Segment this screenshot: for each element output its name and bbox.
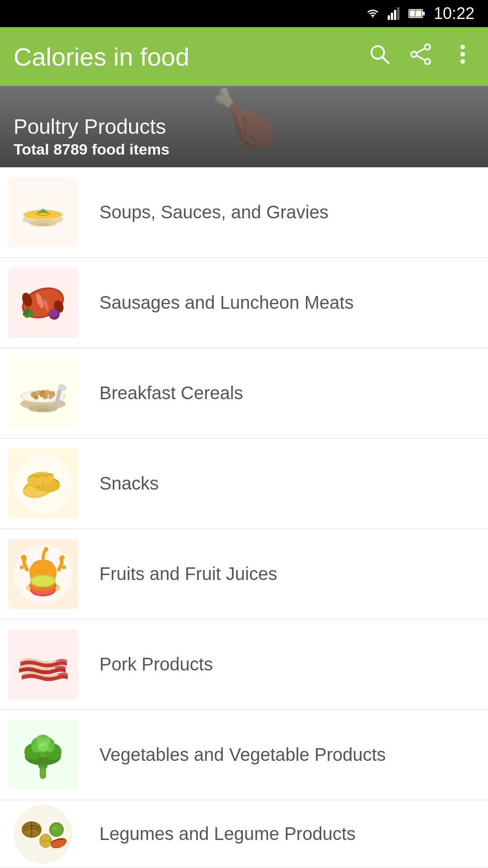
- svg-point-10: [425, 44, 430, 50]
- food-item-label: Pork Products: [86, 654, 488, 675]
- svg-point-22: [41, 209, 45, 213]
- food-image-container: [0, 439, 86, 529]
- food-item-label: Fruits and Fruit Juices: [86, 564, 488, 584]
- more-options-button[interactable]: [451, 42, 474, 71]
- food-item-label: Legumes and Legume Products: [86, 824, 488, 844]
- food-image-container: [0, 619, 86, 710]
- svg-point-17: [460, 59, 465, 64]
- food-image-container: [0, 529, 86, 619]
- svg-point-95: [44, 742, 47, 745]
- svg-point-101: [41, 834, 50, 841]
- svg-rect-2: [394, 10, 396, 20]
- list-item[interactable]: Fruits and Fruit Juices: [0, 529, 488, 619]
- food-image-fruits: [8, 539, 78, 609]
- svg-point-67: [20, 566, 23, 569]
- svg-point-15: [460, 45, 465, 49]
- list-item[interactable]: Soups, Sauces, and Gravies: [0, 167, 488, 258]
- svg-point-48: [42, 394, 48, 399]
- svg-point-49: [48, 395, 53, 399]
- svg-point-68: [62, 566, 66, 569]
- svg-point-59: [37, 486, 40, 488]
- svg-rect-103: [44, 840, 47, 842]
- status-time: 10:22: [434, 4, 474, 23]
- food-image-vegetables: [8, 720, 78, 790]
- svg-point-105: [51, 824, 62, 835]
- svg-point-106: [53, 826, 57, 830]
- list-item[interactable]: Snacks: [0, 439, 488, 529]
- svg-line-14: [417, 56, 425, 60]
- app-title: Calories in food: [14, 42, 368, 71]
- list-item[interactable]: Sausages and Luncheon Meats: [0, 258, 488, 348]
- svg-point-12: [425, 59, 430, 64]
- food-image-container: [0, 258, 86, 348]
- status-icons: [364, 7, 426, 20]
- svg-line-7: [415, 9, 416, 18]
- food-image-container: [0, 800, 86, 868]
- svg-rect-26: [38, 223, 47, 226]
- food-image-snacks: [8, 448, 78, 519]
- food-item-label: Breakfast Cereals: [86, 383, 488, 403]
- app-bar: Calories in food: [0, 27, 488, 86]
- hero-category-title: Poultry Products: [14, 114, 474, 139]
- food-image-cereals: [8, 358, 78, 428]
- svg-point-65: [60, 555, 65, 560]
- food-item-label: Vegetables and Vegetable Products: [86, 745, 488, 765]
- svg-point-47: [34, 395, 38, 400]
- svg-point-11: [411, 52, 417, 57]
- svg-point-23: [38, 211, 41, 213]
- svg-rect-5: [422, 12, 425, 15]
- svg-point-94: [40, 744, 43, 747]
- svg-rect-0: [388, 15, 390, 20]
- list-item[interactable]: Pork Products: [0, 619, 488, 710]
- food-item-label: Soups, Sauces, and Gravies: [86, 202, 488, 222]
- hero-content: Poultry Products Total 8789 food items: [0, 86, 488, 167]
- svg-rect-3: [397, 7, 399, 20]
- hero-food-count: Total 8789 food items: [14, 141, 474, 158]
- svg-point-61: [34, 483, 36, 485]
- list-item[interactable]: Vegetables and Vegetable Products: [0, 710, 488, 800]
- food-image-pork: [8, 629, 78, 699]
- svg-rect-53: [38, 409, 48, 411]
- svg-point-66: [44, 547, 48, 552]
- wifi-icon: [364, 7, 381, 20]
- svg-point-60: [42, 484, 44, 486]
- svg-point-97: [47, 748, 50, 750]
- search-button[interactable]: [368, 42, 391, 71]
- svg-point-24: [45, 211, 47, 213]
- battery-icon: [408, 8, 426, 19]
- svg-point-35: [49, 309, 58, 318]
- list-item[interactable]: Breakfast Cereals: [0, 348, 488, 439]
- hero-banner[interactable]: 🍗 Poultry Products Total 8789 food items: [0, 86, 488, 167]
- food-image-container: [0, 167, 86, 258]
- app-bar-actions: [368, 42, 474, 71]
- food-image-container: [0, 348, 86, 439]
- svg-rect-1: [391, 13, 393, 20]
- svg-point-98: [14, 805, 72, 863]
- list-item[interactable]: Legumes and Legume Products: [0, 800, 488, 868]
- svg-point-16: [460, 52, 465, 57]
- food-image-legumes: [8, 800, 78, 868]
- share-button[interactable]: [409, 42, 433, 71]
- food-image-container: [0, 710, 86, 800]
- food-image-soups: [8, 177, 78, 247]
- food-item-label: Sausages and Luncheon Meats: [86, 292, 488, 313]
- svg-line-9: [382, 57, 389, 63]
- svg-point-64: [21, 555, 26, 560]
- svg-point-77: [32, 576, 54, 586]
- food-category-list: Soups, Sauces, and Gravies: [0, 167, 488, 868]
- svg-point-96: [37, 748, 40, 750]
- food-item-label: Snacks: [86, 473, 488, 494]
- svg-line-13: [417, 48, 425, 53]
- status-bar: 10:22: [0, 0, 488, 27]
- signal-icon: [388, 7, 402, 20]
- food-image-sausages: [8, 268, 78, 338]
